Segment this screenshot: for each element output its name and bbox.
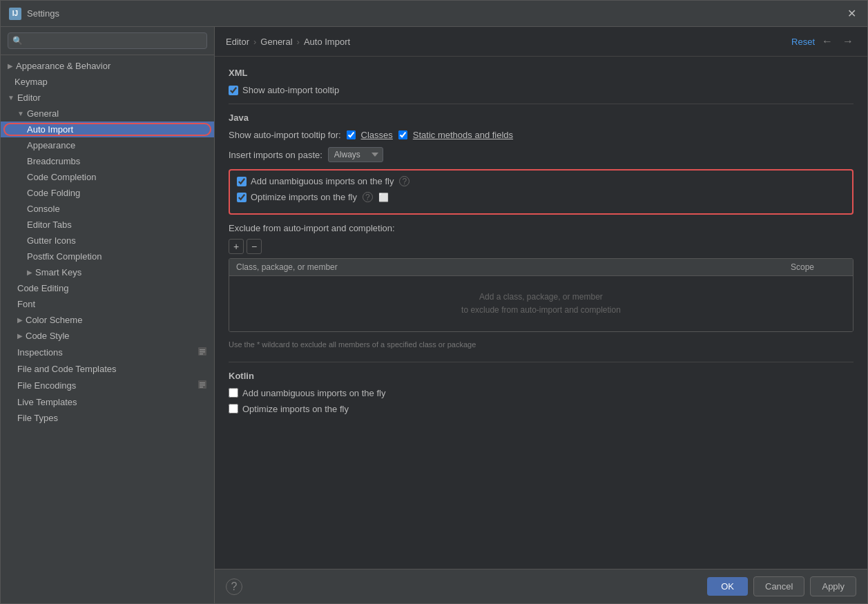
sidebar-item-font[interactable]: Font <box>1 296 214 312</box>
sidebar-item-code-style[interactable]: ▶ Code Style <box>1 328 214 344</box>
apply-button[interactable]: Apply <box>810 576 856 596</box>
optimize-imports-checkbox[interactable] <box>237 193 247 202</box>
sidebar-item-editor-tabs[interactable]: Editor Tabs <box>1 217 214 233</box>
sidebar-item-keymap[interactable]: Keymap <box>1 74 214 90</box>
java-static-label[interactable]: Static methods and fields <box>413 130 513 140</box>
sidebar-item-live-templates[interactable]: Live Templates <box>1 394 214 410</box>
sidebar-item-editor[interactable]: ▼ Editor <box>1 90 214 106</box>
breadcrumb-general[interactable]: General <box>260 37 292 47</box>
table-empty-line1: Add a class, package, or member <box>479 292 603 302</box>
sidebar-item-general[interactable]: ▼ General <box>1 106 214 121</box>
insert-imports-select[interactable]: Always Ask Never <box>328 147 383 162</box>
chevron-right-icon: ▶ <box>17 316 23 324</box>
svg-rect-5 <box>200 382 205 384</box>
sidebar-item-label: Breadcrumbs <box>27 156 80 166</box>
kotlin-add-unambiguous-checkbox[interactable] <box>229 388 238 398</box>
main-content: 🔍 ▶ Appearance & Behavior Keymap ▼ Edit <box>1 27 867 603</box>
toolbar-row: + − <box>229 239 853 254</box>
sidebar-item-label: Font <box>17 299 35 309</box>
help-button[interactable]: ? <box>226 578 242 595</box>
chevron-right-icon: ▶ <box>8 62 13 70</box>
search-input[interactable] <box>8 32 207 49</box>
remove-exclude-button[interactable]: − <box>247 239 262 254</box>
sidebar-item-label: Code Completion <box>27 172 96 182</box>
sidebar-item-appearance[interactable]: Appearance <box>1 137 214 153</box>
table-body: Add a class, package, or member to exclu… <box>229 276 853 331</box>
sidebar-item-breadcrumbs[interactable]: Breadcrumbs <box>1 153 214 169</box>
sidebar-item-label: Keymap <box>15 77 48 87</box>
kotlin-optimize-label[interactable]: Optimize imports on the fly <box>242 404 349 414</box>
sidebar-item-appearance-behavior[interactable]: ▶ Appearance & Behavior <box>1 58 214 74</box>
sidebar-item-label: Editor <box>17 92 41 103</box>
table-col-scope: Scope <box>784 259 853 275</box>
optimize-imports-label[interactable]: Optimize imports on the fly <box>251 192 357 202</box>
sidebar-item-inspections[interactable]: Inspections <box>1 344 214 361</box>
sidebar-item-label: Inspections <box>17 347 63 358</box>
reset-button[interactable]: Reset <box>791 37 815 47</box>
hint-text: Use the * wildcard to exclude all member… <box>229 339 853 351</box>
insert-imports-label: Insert imports on paste: <box>229 150 322 160</box>
kotlin-section-label: Kotlin <box>229 371 853 381</box>
xml-show-tooltip-label[interactable]: Show auto-import tooltip <box>242 85 339 95</box>
java-kotlin-divider <box>229 362 853 362</box>
java-classes-checkbox[interactable] <box>347 130 356 139</box>
java-tooltip-row: Show auto-import tooltip for: Classes St… <box>229 130 853 140</box>
add-unambiguous-checkbox[interactable] <box>237 177 247 186</box>
exclude-table: Class, package, or member Scope Add a cl… <box>229 258 853 332</box>
sidebar-item-file-code-templates[interactable]: File and Code Templates <box>1 361 214 377</box>
cancel-button[interactable]: Cancel <box>753 576 804 596</box>
breadcrumb-editor[interactable]: Editor <box>226 37 249 47</box>
svg-rect-6 <box>200 384 205 386</box>
sidebar-item-label: Auto Import <box>27 124 73 135</box>
breadcrumb-sep-2: › <box>297 37 300 47</box>
table-empty-text: Add a class, package, or member to exclu… <box>461 291 621 317</box>
kotlin-optimize-checkbox[interactable] <box>229 404 238 413</box>
ok-button[interactable]: OK <box>707 577 748 596</box>
kotlin-add-unambiguous-label[interactable]: Add unambiguous imports on the fly <box>242 388 385 398</box>
add-unambiguous-help-icon[interactable]: ? <box>399 176 409 186</box>
sidebar-item-label: Code Style <box>26 331 70 341</box>
add-exclude-button[interactable]: + <box>229 239 244 254</box>
chevron-down-icon: ▼ <box>8 94 15 101</box>
svg-rect-2 <box>200 351 205 353</box>
bottom-bar: ? OK Cancel Apply <box>215 569 867 603</box>
sidebar-item-postfix-completion[interactable]: Postfix Completion <box>1 249 214 264</box>
sidebar-item-color-scheme[interactable]: ▶ Color Scheme <box>1 312 214 328</box>
xml-java-divider <box>229 104 853 104</box>
chevron-right-icon: ▶ <box>27 269 32 276</box>
close-button[interactable]: ✕ <box>845 4 859 23</box>
sidebar-item-label: Code Folding <box>27 188 80 198</box>
sidebar-item-file-types[interactable]: File Types <box>1 410 214 426</box>
back-button[interactable]: ← <box>819 34 836 49</box>
app-icon: IJ <box>9 8 21 20</box>
forward-button[interactable]: → <box>840 34 856 49</box>
sidebar-item-label: File and Code Templates <box>17 364 117 374</box>
file-encodings-badge <box>197 380 207 391</box>
chevron-right-icon: ▶ <box>17 332 23 340</box>
sidebar-item-label: Smart Keys <box>35 267 81 277</box>
main-panel: Editor › General › Auto Import Reset ← →… <box>215 27 867 603</box>
sidebar-item-code-editing[interactable]: Code Editing <box>1 280 214 296</box>
table-empty-line2: to exclude from auto-import and completi… <box>461 305 621 315</box>
sidebar-item-label: File Types <box>17 413 58 423</box>
sidebar-item-code-completion[interactable]: Code Completion <box>1 169 214 185</box>
java-classes-label[interactable]: Classes <box>361 130 393 140</box>
copy-icon[interactable]: ⬜ <box>378 193 389 202</box>
sidebar-item-label: Console <box>27 204 60 214</box>
sidebar-item-gutter-icons[interactable]: Gutter Icons <box>1 233 214 249</box>
search-bar: 🔍 <box>1 27 214 55</box>
xml-show-tooltip-checkbox[interactable] <box>229 86 238 95</box>
sidebar-item-label: Color Scheme <box>26 315 82 325</box>
breadcrumb-nav: Reset ← → <box>791 34 856 49</box>
sidebar-item-auto-import[interactable]: Auto Import <box>1 121 214 137</box>
add-unambiguous-label[interactable]: Add unambiguous imports on the fly <box>251 176 394 186</box>
xml-show-tooltip-row: Show auto-import tooltip <box>229 85 853 95</box>
java-static-checkbox[interactable] <box>398 130 407 139</box>
sidebar-item-console[interactable]: Console <box>1 201 214 217</box>
sidebar-item-smart-keys[interactable]: ▶ Smart Keys <box>1 264 214 280</box>
sidebar-tree: ▶ Appearance & Behavior Keymap ▼ Editor … <box>1 55 214 603</box>
optimize-imports-help-icon[interactable]: ? <box>363 192 373 202</box>
inspections-badge <box>197 347 207 358</box>
sidebar-item-code-folding[interactable]: Code Folding <box>1 185 214 201</box>
sidebar-item-file-encodings[interactable]: File Encodings <box>1 377 214 394</box>
